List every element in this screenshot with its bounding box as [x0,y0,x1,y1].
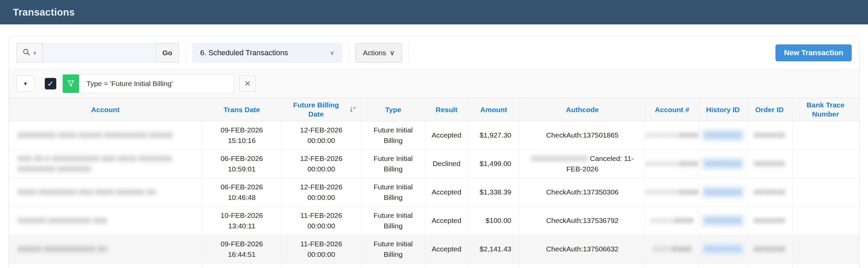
triangle-down-icon: ▼ [23,81,28,86]
cell-authcode: CheckAuth:137506632 [519,235,645,263]
column-header-future_billing_date[interactable]: Future Billing Date [281,98,361,121]
column-header-history_id[interactable]: History ID [699,98,746,121]
cell-order_id: XXXXXXX [747,121,792,149]
filter-expand-button[interactable]: ▼ [16,76,35,92]
cell-result: Accepted [425,178,468,206]
app-header: Transactions [0,0,868,24]
table-row: XXX XX X XXXXXXXXXX XXX XXXX XXXXXXX XXX… [9,150,859,178]
account-name-redacted: XXXX XXXXXXXX XXX XXXX XXXXXX XX [18,187,156,198]
filter-bar: ▼ ✓ Type = 'Future Initial Billing' ✕ [9,69,859,98]
column-header-label: Trans Date [223,105,260,114]
close-icon: ✕ [244,79,251,88]
checkmark-icon: ✓ [47,80,54,88]
future-billing-time: 00:00:00 [308,249,335,260]
actions-label: Actions [363,49,386,57]
cell-type: Future Initial Billing [361,235,425,263]
column-header-bank_trace_number[interactable]: Bank Trace Number [792,98,859,121]
amount-value: $1,499.00 [480,158,511,169]
cell-history_id: XXXXXXXX [699,235,746,263]
authcode-value: CheckAuth:137350306 [546,187,619,198]
cell-amount: $100.00 [468,207,519,235]
cell-future_billing_date: 11-FEB-202600:00:00 [281,264,361,268]
cell-account_number: XXXXXXXXXXX [645,178,699,206]
cell-bank_trace_number [792,150,859,178]
saved-report-select[interactable]: 6. Scheduled Transactions ∨ [192,43,342,63]
history-id-link-redacted[interactable]: XXXXXXXX [702,214,744,227]
account-number-masked-part: XXXXXXX [645,160,679,167]
cell-account_number: XXXXXXXX [645,235,699,263]
authcode-value: CheckAuth:137501865 [546,130,619,141]
cell-authcode: CheckAuth:137536792 [519,207,645,235]
future-billing-date: 11-FEB-2026 [300,210,342,221]
cell-trans_date: 09-FEB-202616:44:51 [202,235,281,263]
column-header-result[interactable]: Result [425,98,468,121]
account-number-digits-part: XXXX [679,160,699,167]
go-button[interactable]: Go [156,43,179,63]
cell-future_billing_date: 12-FEB-202600:00:00 [281,121,361,149]
authcode-text: CheckAuth:137501865 [546,131,619,139]
filter-funnel-icon [63,75,79,93]
column-header-label: Bank Trace Number [796,100,855,119]
column-header-account[interactable]: Account [9,98,202,121]
trans-date: 06-FEB-2026 [221,153,263,164]
toolbar-separator [349,43,349,63]
toolbar-separator [185,43,186,63]
search-options-button[interactable]: ∨ [16,43,43,63]
cell-history_id: XXXXXXXX [699,121,746,149]
cell-account: XXX XX X XXXXXXXXXX XXX XXXX XXXXXXX XXX… [9,150,202,178]
trans-date: 09-FEB-2026 [221,239,263,249]
cell-account: XXXXXX XXXXXXXXX XXX [9,207,202,235]
cell-type: Future Initial Billing [361,121,425,149]
cell-bank_trace_number [792,235,859,263]
transaction-type: Future Initial Billing [369,239,417,260]
cell-type: Future Initial Billing [361,178,425,206]
cell-authcode: CheckAuth:137501865 [519,121,645,149]
account-name-redacted: XXX XX X XXXXXXXXXX XXX XXXX XXXXXXX XXX… [18,153,196,174]
table-row: XXXXXX XXXXXXXXX XXX10-FEB-202613:40:111… [9,207,859,235]
new-transaction-button[interactable]: New Transaction [775,44,852,61]
cell-history_id: XXXXXXXX [699,150,746,178]
filter-chip[interactable]: Type = 'Future Initial Billing' [62,74,234,93]
history-id-link-redacted[interactable]: XXXXXXXX [702,129,744,141]
future-billing-date: 11-FEB-2026 [300,239,342,249]
future-billing-time: 00:00:00 [308,135,335,146]
order-id-redacted: XXXXXXX [754,215,785,226]
toolbar-separator [409,43,409,63]
column-header-type[interactable]: Type [361,98,425,121]
filter-enabled-checkbox[interactable]: ✓ [45,78,56,89]
cell-amount: $1,499.00 [468,150,519,178]
column-header-label: Type [385,105,401,114]
transactions-table: AccountTrans DateFuture Billing DateType… [9,98,859,268]
authcode-value: XXXXXXXXXXXX Canceled: 11-FEB-2026 [523,153,642,174]
history-id-link-redacted[interactable]: XXXXXXXX [702,243,744,255]
cell-trans_date: 05-FEB-202617:18:43 [202,264,281,268]
future-billing-time: 00:00:00 [308,164,335,174]
actions-menu-button[interactable]: Actions ∨ [355,43,402,63]
column-header-label: Order ID [755,105,784,114]
history-id-link-redacted[interactable]: XXXXXXXX [702,186,744,198]
column-header-account_number[interactable]: Account # [645,98,699,121]
cell-result: Declined [425,150,468,178]
column-header-authcode[interactable]: Authcode [519,98,645,121]
trans-time: 16:44:51 [228,249,256,260]
future-billing-time: 00:00:00 [308,192,335,203]
remove-filter-button[interactable]: ✕ [239,76,256,92]
table-header-row: AccountTrans DateFuture Billing DateType… [9,98,859,121]
column-header-amount[interactable]: Amount [468,98,519,121]
column-header-label: Account [91,105,120,114]
authcode-text: CheckAuth:137350306 [546,188,619,196]
cell-type: Future Initial Billing [361,207,425,235]
table-row: XXXX XXXXXXXX XXX XXXX XXXXXX XX06-FEB-2… [9,178,859,207]
history-id-link-redacted[interactable]: XXXXXXXX [702,158,744,170]
cell-account: XXXX XXXXXXXX XXX XXXX XXXXXX XX [9,178,202,206]
account-number-masked-part: XXXXXXX [645,131,679,139]
column-header-trans_date[interactable]: Trans Date [202,98,281,121]
column-header-label: Amount [480,105,507,114]
cell-order_id: XXXXXXX [747,264,792,268]
account-number-digits-part: XXXX [679,188,699,196]
search-input[interactable] [43,43,155,63]
report-card: ∨ Go 6. Scheduled Transactions ∨ Actions… [8,36,860,268]
order-id-redacted: XXXXXXX [754,130,785,140]
cell-trans_date: 06-FEB-202610:46:48 [202,178,281,206]
column-header-order_id[interactable]: Order ID [747,98,792,121]
